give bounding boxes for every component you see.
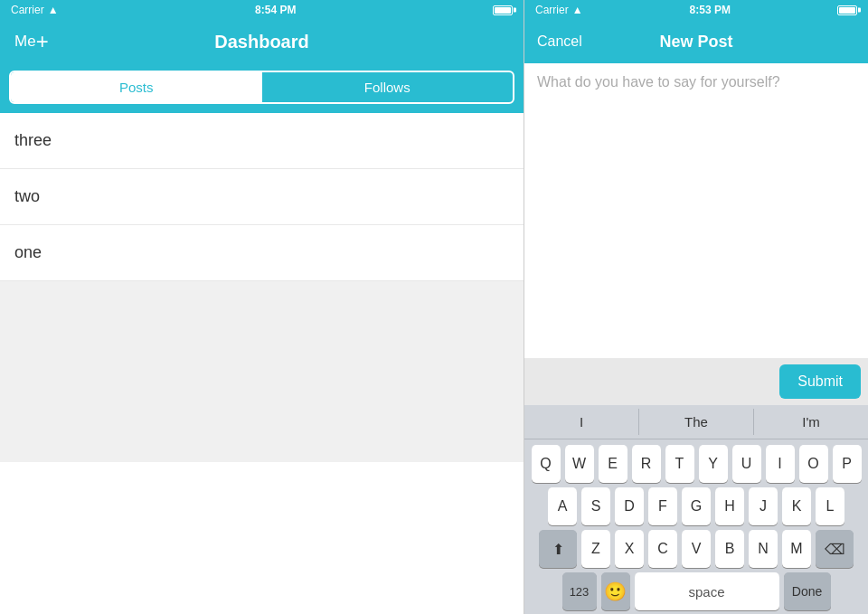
number-key[interactable]: 123 bbox=[562, 572, 597, 610]
follows-tab[interactable]: Follows bbox=[262, 72, 514, 102]
new-post-area bbox=[524, 63, 868, 358]
post-empty-space bbox=[0, 281, 524, 462]
key-w[interactable]: W bbox=[565, 445, 594, 483]
key-g[interactable]: G bbox=[682, 487, 711, 525]
keyboard-suggestions: I The I'm bbox=[524, 405, 868, 439]
key-u[interactable]: U bbox=[732, 445, 761, 483]
right-status-bar: Carrier ▲ 8:53 PM bbox=[524, 0, 868, 20]
key-v[interactable]: V bbox=[682, 530, 711, 568]
key-row-4: 123 🙂 space Done bbox=[527, 572, 865, 610]
right-carrier-label: Carrier bbox=[535, 4, 569, 16]
space-key[interactable]: space bbox=[635, 572, 779, 610]
left-nav-bar: Me Dashboard + bbox=[0, 20, 524, 63]
key-o[interactable]: O bbox=[799, 445, 828, 483]
posts-tab[interactable]: Posts bbox=[11, 72, 262, 102]
suggestion-i[interactable]: I bbox=[524, 409, 639, 435]
new-post-title: New Post bbox=[659, 33, 732, 52]
dashboard-title: Dashboard bbox=[214, 32, 308, 52]
post-item: three bbox=[0, 113, 524, 169]
post-item: two bbox=[0, 169, 524, 225]
shift-key[interactable]: ⬆ bbox=[539, 530, 577, 568]
left-status-bar: Carrier ▲ 8:54 PM bbox=[0, 0, 524, 20]
submit-area: Submit bbox=[524, 358, 868, 405]
key-c[interactable]: C bbox=[648, 530, 677, 568]
done-key[interactable]: Done bbox=[784, 572, 831, 610]
new-post-input[interactable] bbox=[537, 74, 855, 347]
key-t[interactable]: T bbox=[665, 445, 694, 483]
right-panel: Carrier ▲ 8:53 PM Cancel New Post Submit… bbox=[524, 0, 868, 614]
key-i[interactable]: I bbox=[766, 445, 795, 483]
left-status-left: Carrier ▲ bbox=[11, 4, 59, 16]
key-e[interactable]: E bbox=[599, 445, 627, 483]
key-row-3: ⬆ Z X C V B N M ⌫ bbox=[527, 530, 865, 568]
segmented-control: Posts Follows bbox=[0, 63, 524, 113]
right-status-left: Carrier ▲ bbox=[535, 4, 583, 16]
segmented-inner: Posts Follows bbox=[9, 71, 514, 104]
key-b[interactable]: B bbox=[715, 530, 744, 568]
key-f[interactable]: F bbox=[648, 487, 677, 525]
posts-list: three two one bbox=[0, 113, 524, 614]
key-a[interactable]: A bbox=[548, 487, 577, 525]
right-battery-icon bbox=[837, 5, 857, 15]
key-k[interactable]: K bbox=[782, 487, 811, 525]
left-status-right bbox=[493, 5, 513, 15]
key-m[interactable]: M bbox=[782, 530, 811, 568]
cancel-button[interactable]: Cancel bbox=[537, 33, 582, 50]
me-button[interactable]: Me bbox=[14, 33, 36, 51]
submit-button[interactable]: Submit bbox=[779, 364, 861, 399]
key-y[interactable]: Y bbox=[699, 445, 728, 483]
right-nav-bar: Cancel New Post bbox=[524, 20, 868, 63]
key-l[interactable]: L bbox=[816, 487, 844, 525]
key-d[interactable]: D bbox=[615, 487, 644, 525]
post-item: one bbox=[0, 225, 524, 281]
key-h[interactable]: H bbox=[715, 487, 744, 525]
keyboard: Q W E R T Y U I O P A S D F G H J K L ⬆ … bbox=[524, 439, 868, 614]
wifi-icon: ▲ bbox=[48, 4, 59, 16]
right-wifi-icon: ▲ bbox=[572, 4, 583, 16]
backspace-key[interactable]: ⌫ bbox=[816, 530, 854, 568]
right-status-right bbox=[837, 5, 857, 15]
key-j[interactable]: J bbox=[749, 487, 778, 525]
suggestion-im[interactable]: I'm bbox=[754, 409, 868, 435]
key-row-1: Q W E R T Y U I O P bbox=[527, 445, 865, 483]
battery-icon bbox=[493, 5, 513, 15]
key-x[interactable]: X bbox=[615, 530, 644, 568]
key-r[interactable]: R bbox=[632, 445, 661, 483]
key-n[interactable]: N bbox=[749, 530, 778, 568]
key-p[interactable]: P bbox=[833, 445, 862, 483]
carrier-label: Carrier bbox=[11, 4, 44, 16]
add-button[interactable]: + bbox=[36, 31, 49, 52]
key-z[interactable]: Z bbox=[581, 530, 610, 568]
left-status-time: 8:54 PM bbox=[255, 4, 296, 16]
left-panel: Carrier ▲ 8:54 PM Me Dashboard + Posts F… bbox=[0, 0, 524, 614]
emoji-key[interactable]: 🙂 bbox=[601, 572, 630, 610]
key-s[interactable]: S bbox=[581, 487, 610, 525]
key-q[interactable]: Q bbox=[532, 445, 561, 483]
suggestion-the[interactable]: The bbox=[639, 409, 754, 435]
right-status-time: 8:53 PM bbox=[690, 4, 731, 16]
key-row-2: A S D F G H J K L bbox=[527, 487, 865, 525]
